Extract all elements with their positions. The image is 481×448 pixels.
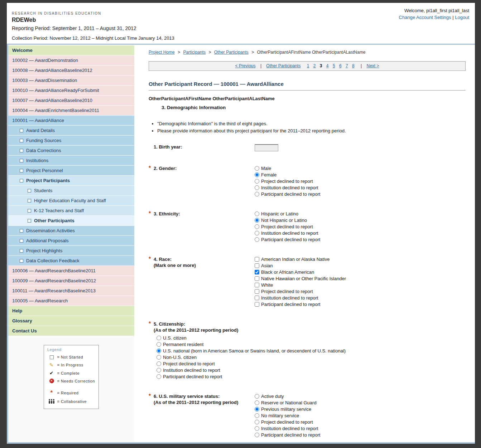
sidebar-item-data-corrections[interactable]: Data Corrections xyxy=(8,146,134,155)
birth-year-input[interactable] xyxy=(255,144,278,151)
sidebar-item-100001[interactable]: 100001 — AwardAlliance xyxy=(8,116,134,125)
race-option[interactable]: Institution declined to report xyxy=(255,295,346,301)
military-service-option[interactable]: Reserve or National Guard xyxy=(255,400,320,405)
citizenship-radio[interactable] xyxy=(157,342,161,347)
page-link-4[interactable]: 4 xyxy=(326,63,329,68)
military-service-option[interactable]: No military service xyxy=(255,413,320,418)
breadcrumb-other-participants-link[interactable]: Other Participants xyxy=(214,50,249,55)
sidebar-item-other-participants[interactable]: Other Participants xyxy=(8,216,134,225)
military-service-option[interactable]: Participant declined to report xyxy=(255,432,320,438)
sidebar-item-contact-us[interactable]: Contact Us xyxy=(8,326,134,336)
gender-radio[interactable] xyxy=(255,172,259,177)
sidebar-item-k12-teachers-staff[interactable]: K-12 Teachers and Staff xyxy=(8,206,134,215)
military-service-option[interactable]: Institution declined to report xyxy=(255,426,320,431)
race-option[interactable]: Asian xyxy=(255,263,346,268)
ethnicity-radio[interactable] xyxy=(255,218,259,223)
sidebar-item-100010[interactable]: 100010 — AwardAllianceReadyForSubmit xyxy=(8,86,134,95)
breadcrumb-project-home-link[interactable]: Project Home xyxy=(149,50,175,55)
sidebar-item-100008[interactable]: 100008 — AwardAllianceBaseline2012 xyxy=(8,65,134,75)
page-link-7[interactable]: 7 xyxy=(346,63,348,68)
military-service-radio[interactable] xyxy=(255,413,259,418)
citizenship-radio[interactable] xyxy=(157,336,161,340)
sidebar-item-dissemination-activities[interactable]: Dissemination Activities xyxy=(8,226,134,235)
gender-option[interactable]: Male xyxy=(255,166,320,171)
citizenship-radio[interactable] xyxy=(157,368,161,372)
citizenship-option[interactable]: Project declined to report xyxy=(157,361,466,366)
sidebar-item-welcome[interactable]: Welcome xyxy=(8,45,134,55)
ethnicity-option[interactable]: Institution declined to report xyxy=(255,230,320,236)
military-service-radio[interactable] xyxy=(255,400,259,405)
race-checkbox[interactable] xyxy=(255,289,259,294)
sidebar-item-100003[interactable]: 100003 — AwardDissemination xyxy=(8,76,134,85)
sidebar-item-data-collection-feedback[interactable]: Data Collection Feedback xyxy=(8,256,134,266)
page-link-8[interactable]: 8 xyxy=(352,63,355,68)
page-link-5[interactable]: 5 xyxy=(333,63,335,68)
race-option[interactable]: Project declined to report xyxy=(255,289,346,294)
sidebar-item-higher-ed-faculty-staff[interactable]: Higher Education Faculty and Staff xyxy=(8,196,134,205)
race-option[interactable]: American Indian or Alaska Native xyxy=(255,257,346,262)
race-checkbox[interactable] xyxy=(255,276,259,281)
sidebar-item-100007[interactable]: 100007 — AwardAllianceBaseline2010 xyxy=(8,96,134,105)
ethnicity-radio[interactable] xyxy=(255,237,259,242)
sidebar-item-additional-proposals[interactable]: Additional Proposals xyxy=(8,236,134,245)
sidebar-item-100006[interactable]: 100006 — AwardResearchBaseline2011 xyxy=(8,266,134,276)
other-participants-link[interactable]: Other Participants xyxy=(266,63,300,68)
citizenship-radio[interactable] xyxy=(157,361,161,366)
citizenship-option[interactable]: Institution declined to report xyxy=(157,367,466,373)
race-checkbox[interactable] xyxy=(255,263,259,268)
military-service-radio[interactable] xyxy=(255,420,259,424)
military-service-option[interactable]: Active duty xyxy=(255,394,320,399)
gender-radio[interactable] xyxy=(255,185,259,190)
citizenship-radio[interactable] xyxy=(157,355,161,360)
citizenship-option[interactable]: Non-U.S. citizen xyxy=(157,355,466,360)
military-service-option[interactable]: Previous military service xyxy=(255,406,320,412)
military-service-radio[interactable] xyxy=(255,433,259,437)
citizenship-radio[interactable] xyxy=(157,349,161,353)
sidebar-item-100005[interactable]: 100005 — AwardResearch xyxy=(8,296,134,306)
ethnicity-option[interactable]: Hispanic or Latino xyxy=(255,211,320,216)
citizenship-option[interactable]: Permanent resident xyxy=(157,342,466,347)
gender-option[interactable]: Project declined to report xyxy=(255,179,320,184)
sidebar-item-award-details[interactable]: Award Details xyxy=(8,126,134,135)
race-option[interactable]: Participant declined to report xyxy=(255,302,346,307)
citizenship-option[interactable]: Participant declined to report xyxy=(157,374,466,379)
citizenship-radio[interactable] xyxy=(157,374,161,379)
sidebar-item-glossary[interactable]: Glossary xyxy=(8,316,134,326)
breadcrumb-participants-link[interactable]: Participants xyxy=(183,50,206,55)
page-link-2[interactable]: 2 xyxy=(313,63,316,68)
gender-option[interactable]: Female xyxy=(255,172,320,177)
previous-page-link[interactable]: < Previous xyxy=(235,63,256,68)
sidebar-item-project-participants[interactable]: Project Participants xyxy=(8,176,134,185)
gender-radio[interactable] xyxy=(255,192,259,196)
gender-option[interactable]: Institution declined to report xyxy=(255,185,320,190)
change-account-settings-link[interactable]: Change Account Settings xyxy=(399,15,451,20)
sidebar-item-100009[interactable]: 100009 — AwardResearchBaseline2012 xyxy=(8,276,134,286)
next-page-link[interactable]: Next > xyxy=(366,63,379,68)
race-option[interactable]: Black or African American xyxy=(255,269,346,275)
military-service-radio[interactable] xyxy=(255,394,259,399)
sidebar-item-100002[interactable]: 100002 — AwardDemonstration xyxy=(8,55,134,65)
ethnicity-option[interactable]: Participant declined to report xyxy=(255,237,320,242)
sidebar-item-project-personnel[interactable]: Project Personnel xyxy=(8,166,134,175)
gender-option[interactable]: Participant declined to report xyxy=(255,191,320,197)
ethnicity-radio[interactable] xyxy=(255,224,259,229)
citizenship-option[interactable]: U.S. national (born in American Samoa or… xyxy=(157,348,466,354)
race-checkbox[interactable] xyxy=(255,283,259,287)
sidebar-item-100011[interactable]: 100011 — AwardResearchBaseline2013 xyxy=(8,286,134,296)
military-service-radio[interactable] xyxy=(255,426,259,431)
sidebar-item-100004[interactable]: 100004 — AwardEnrichmentBaseline2011 xyxy=(8,106,134,115)
ethnicity-radio[interactable] xyxy=(255,211,259,216)
page-link-6[interactable]: 6 xyxy=(339,63,342,68)
race-option[interactable]: White xyxy=(255,282,346,288)
sidebar-item-students[interactable]: Students xyxy=(8,186,134,195)
race-checkbox[interactable] xyxy=(255,270,259,274)
military-service-radio[interactable] xyxy=(255,407,259,412)
logout-link[interactable]: Logout xyxy=(455,15,469,20)
citizenship-option[interactable]: U.S. citizen xyxy=(157,335,466,341)
sidebar-item-funding-sources[interactable]: Funding Sources xyxy=(8,136,134,145)
sidebar-item-help[interactable]: Help xyxy=(8,306,134,316)
ethnicity-option[interactable]: Project declined to report xyxy=(255,224,320,229)
ethnicity-radio[interactable] xyxy=(255,231,259,235)
sidebar-item-project-highlights[interactable]: Project Highlights xyxy=(8,246,134,255)
ethnicity-option[interactable]: Not Hispanic or Latino xyxy=(255,218,320,223)
